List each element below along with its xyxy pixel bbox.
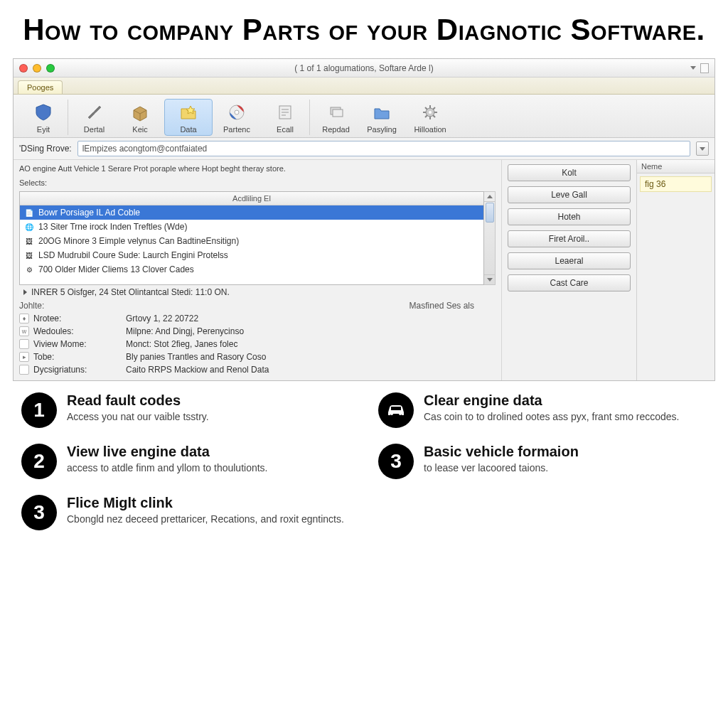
meta-key: Nrotee:	[33, 314, 61, 323]
toolbar-eyit[interactable]: Eyit	[19, 100, 68, 135]
list-header: Acdliling El	[20, 192, 483, 205]
list-item[interactable]: 🌐13 Siter Trne irock Inden Treftles (Wde…	[20, 220, 483, 234]
image-icon: 🖼	[24, 236, 34, 246]
doc-icon: ▸	[19, 352, 29, 362]
feature-title: Basic vehicle formaion	[424, 444, 579, 460]
note-icon	[274, 101, 296, 124]
feature-flice-clink: 3 Flice Miglt clinkCbongld nez deceed pr…	[21, 495, 350, 530]
list-item-label: LSD Mudrubil Coure Sude: Laurch Engini P…	[38, 250, 228, 260]
kolt-button[interactable]: Kolt	[508, 164, 631, 181]
tab-main[interactable]: Pooges	[18, 80, 63, 94]
feature-desc: access to atdle finm and yllom to thoulu…	[67, 462, 267, 475]
feature-title: Flice Miglt clink	[67, 495, 344, 511]
vehicle-listbox[interactable]: Acdliling El 📄Bowr Porsiage IL Ad Coble …	[19, 191, 484, 285]
feature-read-fault-codes: 1 Read fault codesAccess you nat our vai…	[21, 392, 350, 428]
toolbar: Eyit Dertal Keic Data Partenc Ecall Repd…	[14, 95, 714, 138]
toolbar-label: Data	[180, 125, 196, 134]
step-3b-badge: 3	[378, 444, 414, 479]
toolbar-dertal[interactable]: Dertal	[68, 100, 116, 135]
window-title: ( 1 of 1 alogumations, Softare Arde l)	[14, 63, 714, 73]
toolbar-label: Dertal	[84, 125, 105, 134]
leve-gall-button[interactable]: Leve Gall	[508, 186, 631, 203]
feature-title: View live engine data	[67, 444, 267, 460]
toolbar-repdad[interactable]: Repdad	[309, 100, 358, 135]
car-icon	[378, 392, 414, 428]
feature-desc: Cas coin to to drolined ootes ass pyx, f…	[424, 411, 680, 424]
leaeral-button[interactable]: Leaeral	[508, 252, 631, 269]
section-left-label: Johlte:	[19, 301, 44, 311]
toolbar-data[interactable]: Data	[164, 99, 213, 136]
feature-desc: Access you nat our vaible tsstry.	[67, 411, 209, 424]
meta-value: Caito RRPS Mackiow and Renol Data	[126, 365, 269, 375]
toolbar-label: Partenc	[223, 125, 250, 134]
step-1-badge: 1	[21, 392, 57, 428]
meta-value: Monct: Stot 2fieg, Janes folec	[126, 339, 237, 349]
toolbar-label: Hilloation	[414, 125, 446, 134]
svg-rect-4	[333, 109, 343, 117]
folder-star-icon	[177, 101, 200, 124]
list-item[interactable]: ⚙700 Older Mider Cliems 13 Clover Cades	[20, 262, 483, 277]
empty-icon	[19, 365, 29, 375]
meta-key: Wedoules:	[33, 326, 73, 336]
meta-row: wWedoules:Milpne: And Dingj, Perenycinso	[19, 325, 496, 338]
hoteh-button[interactable]: Hoteh	[508, 208, 631, 225]
chevron-right-icon	[23, 289, 27, 295]
toolbar-keic[interactable]: Keic	[116, 100, 164, 135]
action-column: Kolt Leve Gall Hoteh Firet Aroil.. Leaer…	[501, 160, 636, 380]
expand-row-label: INRER 5 Oisfger, 24 Stet Olintantcal Ste…	[31, 287, 230, 297]
feature-clear-engine-data: Clear engine dataCas coin to to drolined…	[378, 392, 707, 428]
info-icon: ♦	[19, 314, 29, 323]
list-item[interactable]: 🖼20OG Minore 3 Eimple velynus Can Badtin…	[20, 234, 483, 248]
section-right-label: Masfined Ses als	[410, 301, 474, 311]
page-heading: How to company Parts of your Diagnotic S…	[0, 0, 728, 53]
globe-icon: 🌐	[24, 222, 34, 232]
toolbar-partenc[interactable]: Partenc	[213, 100, 261, 135]
shield-icon	[32, 101, 55, 124]
box-icon	[129, 101, 151, 124]
section-header: Johlte: Masfined Ses als	[19, 299, 496, 312]
step-2-badge: 2	[21, 444, 57, 479]
stack-icon	[325, 101, 348, 124]
meta-row: Viview Mome:Monct: Stot 2fieg, Janes fol…	[19, 338, 496, 350]
disc-icon	[225, 101, 248, 124]
scroll-thumb[interactable]	[486, 203, 494, 223]
toolbar-label: Pasyling	[367, 125, 397, 134]
meta-row: ▸Tobe:Bly panies Trantles and Rasory Cos…	[19, 350, 496, 363]
feature-title: Clear engine data	[424, 392, 680, 409]
svg-rect-9	[391, 407, 401, 410]
image-icon: 🖼	[24, 250, 34, 260]
side-panel: Neme fig 36	[636, 160, 714, 380]
toolbar-label: Ecall	[277, 125, 294, 134]
feature-desc: Cbongld nez deceed prettaricer, Recation…	[67, 513, 344, 526]
profile-select-input[interactable]: lEmpizes acongtom@contfaiated	[77, 141, 690, 156]
meta-row: ♦Nrotee:Grtovy 1, 22 20722	[19, 312, 496, 325]
sched-icon: w	[19, 326, 29, 336]
tools-icon	[83, 101, 106, 124]
meta-value: Bly panies Trantles and Rasory Coso	[126, 352, 266, 362]
cast-care-button[interactable]: Cast Care	[508, 274, 631, 291]
list-item[interactable]: 📄Bowr Porsiage IL Ad Coble	[20, 205, 483, 220]
panel-header: Neme	[637, 160, 714, 173]
folder-icon	[370, 101, 393, 124]
svg-point-8	[399, 412, 402, 415]
list-item-label: 20OG Minore 3 Eimple velynus Can Badtine…	[38, 236, 239, 246]
gear-small-icon: ⚙	[24, 264, 34, 274]
toolbar-ecall[interactable]: Ecall	[261, 100, 309, 135]
panel-item[interactable]: fig 36	[640, 176, 712, 192]
empty-icon	[19, 339, 29, 349]
list-item-label: 700 Older Mider Cliems 13 Clover Cades	[38, 264, 194, 274]
firet-aroil-button[interactable]: Firet Aroil..	[508, 230, 631, 247]
step-3-badge: 3	[21, 495, 57, 530]
toolbar-hilloation[interactable]: Hilloation	[406, 100, 454, 135]
toolbar-pasyling[interactable]: Pasyling	[358, 100, 406, 135]
meta-row: Dycsigriatuns:Caito RRPS Mackiow and Ren…	[19, 363, 496, 376]
toolbar-label: Keic	[132, 125, 147, 134]
list-scrollbar[interactable]	[484, 191, 496, 285]
diagnostic-app-window: ( 1 of 1 alogumations, Softare Arde l) P…	[13, 58, 715, 381]
feature-title: Read fault codes	[67, 392, 209, 409]
dropdown-button[interactable]	[696, 141, 709, 156]
select-row: 'DSing Rrove: lEmpizes acongtom@contfaia…	[14, 138, 714, 160]
list-item[interactable]: 🖼LSD Mudrubil Coure Sude: Laurch Engini …	[20, 248, 483, 262]
window-tabs: Pooges	[14, 77, 714, 95]
expand-row[interactable]: INRER 5 Oisfger, 24 Stet Olintantcal Ste…	[19, 285, 496, 299]
